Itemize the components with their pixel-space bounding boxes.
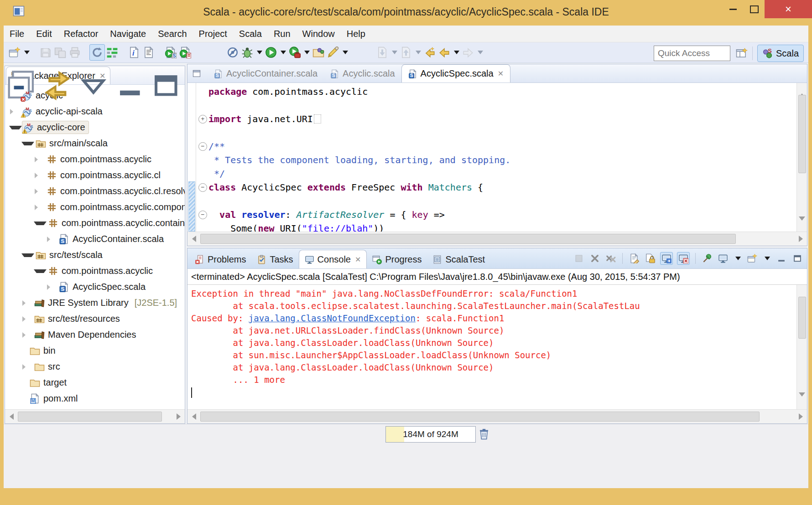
next-annotation-dropdown-icon[interactable] [392,51,397,54]
tree-item-com-pointmass-acyclic-contain[interactable]: com.pointmass.acyclic.contain [5,215,185,231]
collapsed-arrow-icon[interactable] [47,284,57,290]
menu-item-window[interactable]: Window [297,26,341,42]
close-tab-icon[interactable]: ✕ [498,69,504,78]
tree-item-target[interactable]: target [5,375,185,391]
menu-item-run[interactable]: Run [268,26,297,42]
quick-access-input[interactable] [654,46,730,61]
collapsed-arrow-icon[interactable] [22,332,33,338]
menu-item-search[interactable]: Search [152,26,193,42]
stack-trace-link[interactable]: java.lang.ClassNotFoundException [249,313,416,323]
scroll-right-icon[interactable] [794,232,807,246]
build-auto-button[interactable] [105,45,120,60]
collapsed-arrow-icon[interactable] [35,157,45,162]
print-button[interactable] [68,45,82,60]
run-scala-app-button[interactable]: S [163,45,178,60]
expanded-arrow-icon[interactable] [34,222,47,225]
console-output[interactable]: Exception in thread "main" java.lang.NoC… [187,285,807,409]
tree-item-com-pointmass-acyclic-compon[interactable]: com.pointmass.acyclic.compon [5,199,185,215]
scroll-right-icon[interactable] [172,410,185,423]
refresh-button[interactable] [89,44,105,61]
menu-item-help[interactable]: Help [341,26,371,42]
save-button[interactable] [38,45,53,60]
code-text-area[interactable]: package com.pointmass.acyclicimport java… [208,83,796,232]
fold-expand-icon[interactable]: + [198,115,207,124]
tree-item-src-test-scala[interactable]: src/test/scala [5,247,185,263]
tree-item-src[interactable]: src [5,359,185,375]
info-doc-button[interactable]: i [127,45,141,60]
menu-item-refactor[interactable]: Refactor [58,26,104,42]
new-wizard-dropdown-icon[interactable] [24,51,30,54]
min-button[interactable] [114,70,146,102]
view-menu-button[interactable] [78,70,109,102]
close-button[interactable]: × [765,0,812,18]
new-wizard-button[interactable] [7,45,22,60]
collapsed-arrow-icon[interactable] [35,173,45,178]
skip-breakpoints-button[interactable] [225,45,240,60]
tree-item-com-pointmass-acyclic[interactable]: com.pointmass.acyclic [5,263,185,279]
console-tab-tasks[interactable]: Tasks [251,250,298,268]
tree-item-pom-xml[interactable]: Mpom.xml [5,391,185,407]
back-button[interactable] [437,45,452,60]
tree-item-src-main-scala[interactable]: src/main/scala [5,135,185,151]
fold-collapse-icon[interactable]: − [198,142,207,151]
tree-item-maven-dependencies[interactable]: Maven Dependencies [5,327,185,343]
forward-dropdown-icon[interactable] [478,51,483,54]
pin-console-button[interactable] [701,252,713,264]
editor-tab-acyclic-scala[interactable]: SAcyclic.scala [324,65,401,82]
clear-console-button[interactable] [628,252,640,264]
collapsed-arrow-icon[interactable] [10,109,21,114]
run-external-button[interactable] [287,45,302,60]
editor-tab-acycliccontainer-scala[interactable]: SAcyclicContainer.scala [208,65,324,82]
show-stderr-button[interactable] [677,252,690,265]
tree-item-acycliccontainer-scala[interactable]: SAcyclicContainer.scala [5,231,185,247]
tree-item-com-pointmass-acyclic-cl-resolv[interactable]: com.pointmass.acyclic.cl.resolv [5,183,185,199]
scroll-down-icon[interactable] [799,221,805,229]
close-tab-icon[interactable]: ✕ [355,255,361,264]
link-editor-button[interactable] [42,70,73,102]
editor-gutter[interactable]: +−−− [187,83,208,232]
code-editor[interactable]: +−−− package com.pointmass.acyclicimport… [187,83,807,232]
scroll-down-icon[interactable] [799,397,805,407]
menu-item-file[interactable]: File [4,26,30,42]
collapsed-arrow-icon[interactable] [35,205,45,210]
collapsed-arrow-icon[interactable] [47,237,57,242]
tree-item-src-test-resources[interactable]: src/test/resources [5,311,185,327]
min-button[interactable] [776,252,787,264]
console-tab-console[interactable]: Console✕ [299,250,367,268]
tree-item-acyclic-core[interactable]: MSacyclic-core [5,119,185,135]
display-console-dropdown-icon[interactable] [735,257,741,260]
tree-item-bin[interactable]: bin [5,343,185,359]
open-console-button[interactable] [746,252,758,264]
tree-item-com-pointmass-acyclic[interactable]: com.pointmass.acyclic [5,151,185,167]
menu-item-navigate[interactable]: Navigate [104,26,152,42]
scroll-left-icon[interactable] [5,410,18,423]
expanded-arrow-icon[interactable] [21,142,34,145]
run-button[interactable] [264,45,278,60]
tree-item-jre-system-library[interactable]: JRE System Library [J2SE-1.5] [5,295,185,311]
collapsed-arrow-icon[interactable] [22,300,33,306]
collapsed-arrow-icon[interactable] [22,364,33,370]
open-console-dropdown-icon[interactable] [765,257,770,260]
console-tab-problems[interactable]: Problems [189,250,251,268]
scroll-up-icon[interactable] [799,86,805,94]
editor-vscrollbar[interactable] [796,83,807,232]
scroll-lock-button[interactable] [644,252,656,264]
menu-item-edit[interactable]: Edit [30,26,57,42]
console-tab-scalatest[interactable]: ScalaTest [427,250,490,268]
mark-occurrences-button[interactable] [326,45,340,60]
open-perspective-button[interactable] [736,47,748,59]
format-doc-button[interactable] [141,45,156,60]
editor-hscrollbar[interactable] [187,232,807,246]
run-scala-test-button[interactable] [178,45,193,60]
show-stdout-button[interactable] [660,252,673,265]
scroll-left-icon[interactable] [187,410,200,423]
tree-item-acyclic-api-scala[interactable]: MSacyclic-api-scala [5,103,185,119]
save-all-button[interactable] [53,45,68,60]
last-edit-location-button[interactable] [422,45,437,60]
back-dropdown-icon[interactable] [454,51,459,54]
scroll-up-icon[interactable] [799,288,805,298]
collapsed-arrow-icon[interactable] [35,189,45,194]
prev-annotation-button[interactable] [399,45,413,60]
run-dropdown-icon[interactable] [281,51,286,54]
maximize-button[interactable] [744,0,765,18]
